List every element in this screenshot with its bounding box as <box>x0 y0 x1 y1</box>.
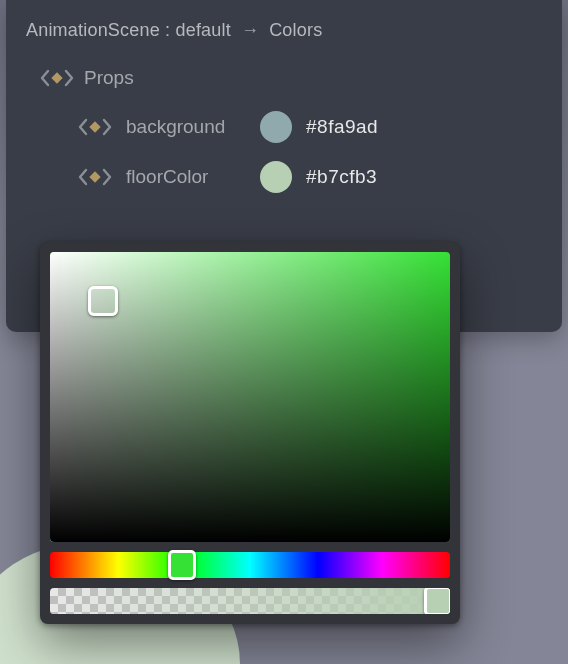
section-title: Props <box>84 67 134 89</box>
code-icon <box>78 118 112 136</box>
prop-row-background: background #8fa9ad <box>78 111 542 143</box>
hue-slider[interactable] <box>50 552 450 578</box>
breadcrumb-current: Colors <box>269 20 322 41</box>
alpha-thumb[interactable] <box>424 588 450 614</box>
chevron-right-icon: → <box>241 20 259 41</box>
saturation-value-area[interactable] <box>50 252 450 542</box>
section-header[interactable]: Props <box>40 67 542 89</box>
sv-thumb[interactable] <box>88 286 118 316</box>
hex-value[interactable]: #b7cfb3 <box>306 166 377 188</box>
hue-thumb[interactable] <box>168 550 196 580</box>
svg-rect-0 <box>51 72 62 83</box>
svg-rect-2 <box>89 171 100 182</box>
prop-label: background <box>126 116 246 138</box>
svg-rect-1 <box>89 121 100 132</box>
color-picker <box>40 242 460 624</box>
prop-label: floorColor <box>126 166 246 188</box>
breadcrumb-scene[interactable]: AnimationScene : default <box>26 20 231 41</box>
color-swatch-background[interactable] <box>260 111 292 143</box>
breadcrumb: AnimationScene : default → Colors <box>26 20 542 41</box>
code-icon <box>40 69 74 87</box>
alpha-gradient <box>50 588 450 614</box>
color-swatch-floorcolor[interactable] <box>260 161 292 193</box>
alpha-slider[interactable] <box>50 588 450 614</box>
hex-value[interactable]: #8fa9ad <box>306 116 378 138</box>
prop-row-floorcolor: floorColor #b7cfb3 <box>78 161 542 193</box>
code-icon <box>78 168 112 186</box>
